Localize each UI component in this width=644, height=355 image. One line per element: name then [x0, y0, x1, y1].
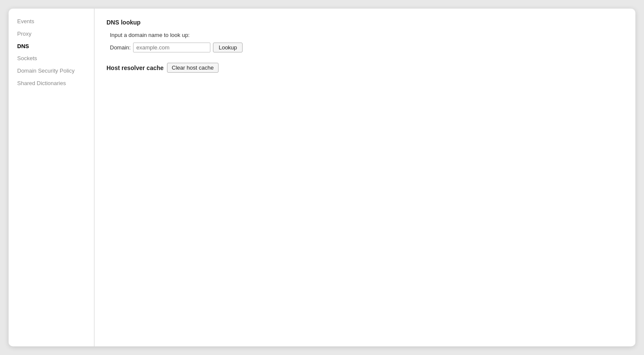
domain-input[interactable]: [133, 43, 210, 52]
sidebar-item-dns[interactable]: DNS: [9, 40, 94, 53]
sidebar-item-shared-dictionaries[interactable]: Shared Dictionaries: [9, 77, 94, 90]
host-resolver-section: Host resolver cache Clear host cache: [106, 63, 623, 73]
sidebar-item-events[interactable]: Events: [9, 15, 94, 28]
domain-row: Domain: Lookup: [106, 43, 623, 52]
dns-lookup-instruction: Input a domain name to look up:: [106, 32, 623, 38]
sidebar-item-proxy[interactable]: Proxy: [9, 28, 94, 40]
dns-lookup-title: DNS lookup: [106, 19, 623, 26]
sidebar: Events Proxy DNS Sockets Domain Security…: [9, 9, 94, 346]
clear-host-cache-button[interactable]: Clear host cache: [167, 63, 219, 73]
sidebar-item-sockets[interactable]: Sockets: [9, 52, 94, 65]
page-container: Events Proxy DNS Sockets Domain Security…: [9, 9, 635, 346]
domain-label: Domain:: [110, 44, 131, 51]
dns-lookup-section: DNS lookup Input a domain name to look u…: [106, 19, 623, 52]
main-content: DNS lookup Input a domain name to look u…: [94, 9, 635, 346]
lookup-button[interactable]: Lookup: [213, 43, 243, 52]
host-resolver-label: Host resolver cache: [106, 64, 164, 71]
sidebar-item-domain-security-policy[interactable]: Domain Security Policy: [9, 65, 94, 77]
